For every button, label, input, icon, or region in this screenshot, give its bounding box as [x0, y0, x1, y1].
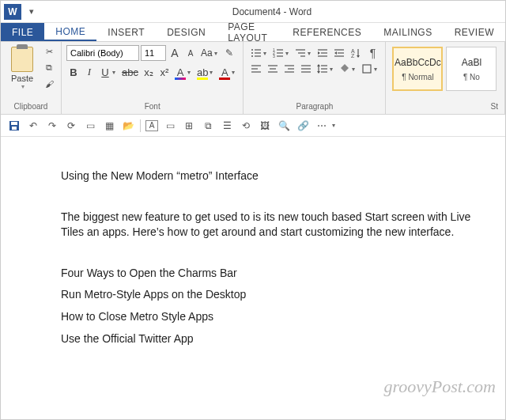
highlight-dropdown-icon[interactable]: ▾ — [210, 69, 216, 76]
tab-design[interactable]: DESIGN — [156, 23, 217, 41]
shading-button[interactable] — [337, 61, 353, 77]
shrink-font-button[interactable]: A — [183, 45, 198, 61]
borders-button[interactable] — [359, 61, 375, 77]
paste-label: Paste — [11, 74, 33, 83]
more-button[interactable]: ⋯ — [315, 119, 329, 133]
qat-customize-dropdown-icon[interactable]: ▾ — [332, 122, 338, 129]
line-spacing-button[interactable] — [315, 61, 330, 77]
open-button[interactable]: 📂 — [121, 119, 135, 133]
grid-button[interactable]: ⊞ — [182, 119, 196, 133]
watermark: groovyPost.com — [383, 376, 496, 397]
group-paragraph: ▾ 123 ▾ ▾ AZ ¶ ▾ ▾ ▾ — [244, 42, 386, 114]
tab-references[interactable]: REFERENCES — [281, 23, 372, 41]
increase-indent-button[interactable] — [331, 45, 347, 61]
tab-file[interactable]: FILE — [1, 23, 44, 41]
change-case-button[interactable]: Aa — [199, 45, 214, 61]
underline-dropdown-icon[interactable]: ▾ — [112, 69, 119, 76]
highlight-qat-button[interactable]: ▭ — [163, 119, 177, 133]
titlebar-dropdown-icon[interactable]: ▾ — [25, 6, 39, 18]
style-name: ¶ No — [463, 73, 480, 81]
superscript-button[interactable]: x² — [157, 64, 172, 80]
bullets-dropdown-icon[interactable]: ▾ — [263, 50, 270, 57]
spacing-dropdown-icon[interactable]: ▾ — [330, 66, 336, 73]
align-left-button[interactable] — [248, 61, 264, 77]
group-label-paragraph: Paragraph — [248, 100, 380, 112]
numbering-button[interactable]: 123 — [270, 45, 286, 61]
textbox-a-button[interactable]: A — [145, 120, 158, 131]
strike-button[interactable]: abc — [120, 64, 140, 80]
titlebar: W ▾ Document4 - Word — [1, 1, 505, 23]
align-right-button[interactable] — [281, 61, 297, 77]
group-label-font: Font — [66, 100, 238, 112]
quick-access-toolbar: ↶ ↷ ⟳ ▭ ▦ 📂 A ▭ ⊞ ⧉ ☰ ⟲ 🖼 🔍 🔗 ⋯ ▾ — [1, 115, 505, 137]
link-button[interactable]: 🔗 — [296, 119, 310, 133]
document-area[interactable]: Using the New Modern “metro” Interface T… — [1, 137, 505, 369]
picture-button[interactable]: 🖼 — [258, 119, 272, 133]
list-item: Run Metro-Style Apps on the Desktop — [61, 287, 489, 303]
table-button[interactable]: ▦ — [102, 119, 116, 133]
style-preview: AaBl — [462, 57, 481, 68]
bold-button[interactable]: B — [66, 64, 81, 80]
paste-dropdown-icon[interactable]: ▾ — [21, 83, 25, 90]
paste-icon — [11, 47, 33, 72]
ribbon-tabs: FILE HOME INSERT DESIGN PAGE LAYOUT REFE… — [1, 23, 505, 42]
svg-point-4 — [251, 55, 253, 57]
text-effects-button[interactable]: A — [173, 64, 187, 80]
svg-marker-43 — [317, 64, 320, 66]
zoom-button[interactable]: 🔍 — [277, 119, 291, 133]
redo-button[interactable]: ↷ — [45, 119, 59, 133]
bullets-button[interactable] — [248, 45, 264, 61]
align-center-button[interactable] — [265, 61, 281, 77]
group-label-styles: St — [391, 100, 500, 112]
effects-dropdown-icon[interactable]: ▾ — [187, 69, 194, 76]
decrease-indent-button[interactable] — [315, 45, 330, 61]
subscript-button[interactable]: x₂ — [142, 64, 156, 80]
style-no-spacing[interactable]: AaBl ¶ No — [446, 47, 497, 91]
numbering-dropdown-icon[interactable]: ▾ — [285, 50, 292, 57]
clear-formatting-button[interactable]: ✎ — [222, 45, 236, 61]
grow-font-button[interactable]: A — [168, 45, 182, 61]
group-label-clipboard: Clipboard — [6, 100, 56, 112]
group-objects-button[interactable]: ⧉ — [201, 119, 215, 133]
svg-point-2 — [251, 52, 253, 54]
cut-button[interactable]: ✂ — [42, 45, 56, 58]
style-normal[interactable]: AaBbCcDc ¶ Normal — [392, 47, 443, 91]
tab-home[interactable]: HOME — [44, 23, 96, 41]
font-size-input[interactable] — [141, 45, 166, 61]
style-preview: AaBbCcDc — [395, 57, 441, 68]
multilevel-dropdown-icon[interactable]: ▾ — [308, 50, 314, 57]
tab-mailings[interactable]: MAILINGS — [372, 23, 443, 41]
sort-button[interactable]: AZ — [348, 45, 364, 61]
doc-body: The biggest new feature to get used to i… — [61, 210, 489, 240]
format-painter-button[interactable]: 🖌 — [42, 78, 56, 90]
align-objects-button[interactable]: ☰ — [220, 119, 234, 133]
paste-button[interactable]: Paste ▾ — [6, 45, 39, 90]
font-name-input[interactable] — [66, 45, 139, 61]
borders-dropdown-icon[interactable]: ▾ — [374, 66, 380, 73]
save-button[interactable] — [7, 119, 21, 133]
underline-button[interactable]: U — [98, 64, 112, 80]
multilevel-button[interactable] — [293, 45, 308, 61]
tab-page-layout[interactable]: PAGE LAYOUT — [217, 23, 281, 41]
repeat-button[interactable]: ⟳ — [64, 119, 78, 133]
font-color-button[interactable]: A — [217, 64, 232, 80]
svg-text:Z: Z — [351, 53, 355, 59]
case-dropdown-icon[interactable]: ▾ — [214, 50, 221, 57]
highlight-button[interactable]: ab — [195, 64, 210, 80]
copy-button[interactable]: ⧉ — [42, 61, 56, 74]
svg-rect-45 — [363, 65, 371, 73]
svg-text:3: 3 — [273, 54, 275, 59]
svg-marker-26 — [357, 55, 360, 58]
group-styles: AaBbCcDc ¶ Normal AaBl ¶ No St — [386, 42, 505, 114]
rotate-button[interactable]: ⟲ — [239, 119, 253, 133]
tab-insert[interactable]: INSERT — [96, 23, 156, 41]
new-button[interactable]: ▭ — [83, 119, 97, 133]
font-color-dropdown-icon[interactable]: ▾ — [232, 69, 238, 76]
show-marks-button[interactable]: ¶ — [364, 45, 380, 61]
italic-button[interactable]: I — [82, 64, 96, 80]
shading-dropdown-icon[interactable]: ▾ — [352, 66, 358, 73]
svg-rect-48 — [12, 127, 17, 130]
justify-button[interactable] — [298, 61, 314, 77]
tab-review[interactable]: REVIEW — [444, 23, 505, 41]
undo-button[interactable]: ↶ — [26, 119, 40, 133]
